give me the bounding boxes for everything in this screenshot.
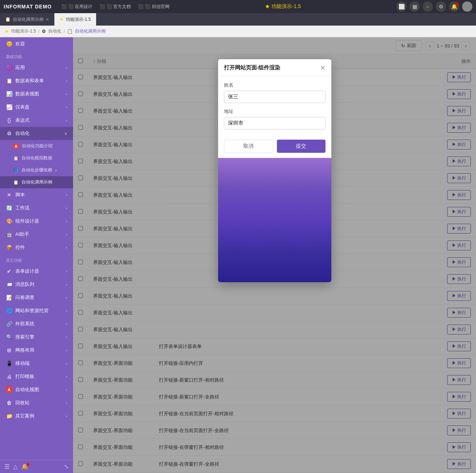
app-logo: INFORMAT DEMO <box>4 4 52 10</box>
nav-official-docs[interactable]: ⬛ ⬛ 官方文档 <box>100 4 131 10</box>
submit-button[interactable]: 提交 <box>277 140 325 153</box>
sidebar-item-search[interactable]: 🔍 搜索引擎 › <box>0 330 73 344</box>
bell-badge <box>27 463 29 466</box>
sidebar-sub-auto-steps[interactable]: 📘 自动化步骤依赖 › <box>0 164 73 176</box>
tab-label-1: 功能演示-1.5 <box>66 16 91 23</box>
grid-icon: ⊞ <box>6 347 12 353</box>
mobile-icon: 📱 <box>6 360 12 367</box>
sidebar-item-workflow[interactable]: 🔄 工作流 › <box>0 201 73 215</box>
sidebar-expand-icon[interactable]: ⤡ <box>64 463 69 470</box>
sidebar-item-ai[interactable]: 🤖 AI助手 › <box>0 228 73 241</box>
modal-form-area: 姓名 地址 <box>218 76 331 135</box>
search-engine-icon: 🔍 <box>6 334 12 340</box>
sidebar-item-expression[interactable]: {} 表达式 › <box>0 114 73 127</box>
sidebar-item-script[interactable]: ✕ 脚本 › <box>0 188 73 201</box>
sidebar-bell-icon[interactable]: 🔔 <box>21 463 28 470</box>
modal-close-btn[interactable]: ✕ <box>320 65 325 71</box>
sidebar-item-welcome[interactable]: 😊 欢迎 <box>0 37 73 50</box>
name-input[interactable] <box>224 91 325 103</box>
workflow-icon: 🔄 <box>6 205 12 211</box>
sidebar-item-print[interactable]: 🖨 打印模板 › <box>0 370 73 383</box>
sidebar-item-dashboard[interactable]: 📈 仪表盘 › <box>0 101 73 114</box>
chevron-icon: › <box>55 168 57 173</box>
top-bar-actions: ⬜ ▦ ○ ⚙ 🔔 <box>396 1 472 12</box>
smile-icon: 😊 <box>6 41 12 47</box>
circle-btn[interactable]: ○ <box>423 1 433 12</box>
sidebar-item-trash[interactable]: 🗑 回收站 › <box>0 396 73 409</box>
print-icon: 🖨 <box>6 373 12 380</box>
nav-website[interactable]: ⬛ ⬛ 织信官网 <box>138 4 169 10</box>
chevron-icon: › <box>66 79 67 83</box>
chevron-expand-icon: ∨ <box>64 131 67 136</box>
sidebar-item-auto-view[interactable]: A 自动化视图 › <box>0 383 73 396</box>
chevron-icon: › <box>66 348 67 352</box>
top-bar: INFORMAT DEMO ⬛ ⬛ 应用设计 ⬛ ⬛ 官方文档 ⬛ ⬛ 织信官网… <box>0 0 476 13</box>
chevron-icon: › <box>66 309 67 313</box>
sidebar-item-control[interactable]: 📦 控件 › <box>0 241 73 254</box>
sidebar-item-website[interactable]: 🌐 网站和资源托管 › <box>0 304 73 317</box>
sidebar-item-app[interactable]: 🟣 应用 › <box>0 61 73 74</box>
bell-btn[interactable]: 🔔 <box>449 1 459 12</box>
sidebar-item-dataview[interactable]: 📊 数据表视图 › <box>0 87 73 101</box>
tab-close-btn-0[interactable]: ✕ <box>46 17 49 22</box>
chevron-icon: › <box>66 401 67 405</box>
chevron-icon: › <box>66 361 67 366</box>
modal-header: 打开网站页面-组件渲染 ✕ <box>218 59 331 76</box>
sidebar-item-other-cases[interactable]: 📁 其它案例 › <box>0 409 73 423</box>
breadcrumb-current[interactable]: 自动化调用示例 <box>75 28 106 34</box>
avatar[interactable] <box>462 1 472 12</box>
external-icon: 🔗 <box>6 321 12 327</box>
sidebar-item-datatable[interactable]: 📋 数据表和表单 › <box>0 74 73 87</box>
auto-steps-icon: 📘 <box>13 168 19 173</box>
chevron-icon: › <box>66 387 67 392</box>
tab-demo[interactable]: ★ 功能演示-1.5 <box>54 13 96 26</box>
sidebar-item-component-designer[interactable]: 🎨 组件设计器 › <box>0 215 73 228</box>
sidebar-item-survey[interactable]: 📝 问卷调查 › <box>0 291 73 304</box>
breadcrumb-demo[interactable]: 功能演示-1.5 <box>11 28 36 34</box>
address-input[interactable] <box>224 117 325 129</box>
sidebar-bottom: ☰ △ 🔔 ⤡ <box>0 460 73 473</box>
sidebar-item-message[interactable]: 📨 消息队列 › <box>0 278 73 291</box>
chevron-icon: › <box>66 219 67 223</box>
tab-automation-example[interactable]: 📋 自动化调用示例 ✕ <box>0 13 54 26</box>
sidebar-sub-auto-intro[interactable]: A 自动化功能介绍 <box>0 140 73 152</box>
breadcrumb-auto-icon: ⚙ <box>42 29 46 34</box>
settings-btn[interactable]: ⚙ <box>436 1 446 12</box>
chevron-icon: › <box>66 322 67 326</box>
sidebar-item-automation[interactable]: ⚙ 自动化 ∨ <box>0 127 73 140</box>
dashboard-icon: 📈 <box>6 104 12 110</box>
chevron-icon: › <box>66 105 67 109</box>
website-res-icon: 🌐 <box>6 307 12 314</box>
form-designer-icon: ✔ <box>6 268 12 275</box>
auto-example-icon: 📋 <box>13 180 19 185</box>
sidebar-section-other: 其它功能 <box>0 254 73 265</box>
sidebar-sub-auto-example[interactable]: 📋 自动化调用示例 <box>0 176 73 188</box>
chevron-icon: › <box>66 206 67 210</box>
layout-btn[interactable]: ▦ <box>410 1 420 12</box>
cancel-button[interactable]: 取消 <box>224 140 273 153</box>
auto-view-icon: A <box>6 386 12 393</box>
modal-overlay: 打开网站页面-组件渲染 ✕ 姓名 地址 取消 提交 <box>73 37 476 473</box>
message-icon: 📨 <box>6 281 12 288</box>
sidebar-item-mobile[interactable]: 📱 移动端 › <box>0 357 73 370</box>
sidebar-sub-auto-data[interactable]: 📋 自动化模拟数据 <box>0 152 73 164</box>
auto-data-icon: 📋 <box>13 156 19 161</box>
tab-table-icon: 📋 <box>5 17 11 22</box>
nav-app-design[interactable]: ⬛ ⬛ 应用设计 <box>61 4 92 10</box>
ai-icon: 🤖 <box>6 231 12 238</box>
monitor-btn[interactable]: ⬜ <box>396 1 407 12</box>
chevron-icon: › <box>66 335 67 339</box>
breadcrumb-auto[interactable]: 自动化 <box>48 28 61 34</box>
chevron-icon: › <box>66 232 67 236</box>
sidebar-item-grid[interactable]: ⊞ 网格布局 › <box>0 344 73 357</box>
sidebar-home-icon[interactable]: △ <box>13 463 18 470</box>
modal-body: 姓名 地址 取消 提交 <box>218 76 331 282</box>
sidebar-item-external[interactable]: 🔗 外部系统 › <box>0 317 73 330</box>
sidebar-menu-icon[interactable]: ☰ <box>4 463 9 470</box>
control-icon: 📦 <box>6 244 12 251</box>
sidebar-item-form-designer[interactable]: ✔ 表单设计器 › <box>0 265 73 278</box>
main-content: 😊 欢迎 基础功能 🟣 应用 › 📋 数据表和表单 › 📊 数据表视图 › 📈 <box>0 37 476 473</box>
breadcrumb-table-icon: 📋 <box>67 29 73 34</box>
chevron-icon: › <box>66 193 67 197</box>
sidebar-bottom-icons: ☰ △ 🔔 <box>4 463 28 470</box>
